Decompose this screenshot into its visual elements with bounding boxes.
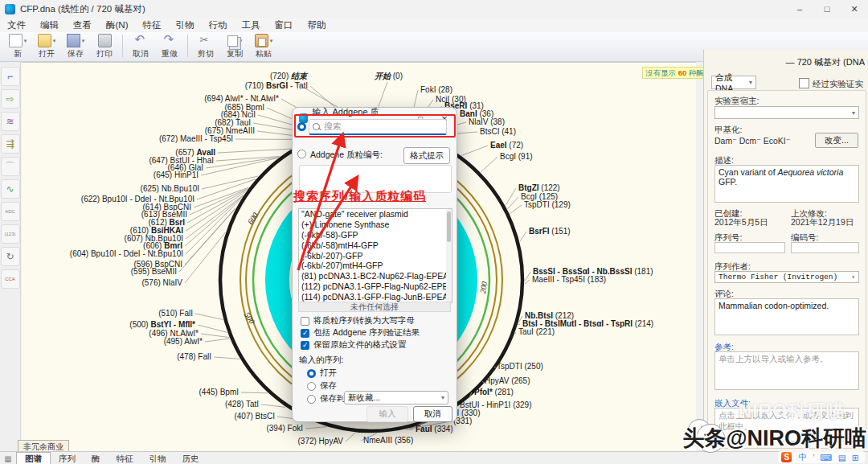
accession-mode-radio[interactable] xyxy=(297,150,306,158)
redo-icon xyxy=(164,35,176,47)
annotation-note: 搜索序列/输入质粒编码 xyxy=(293,189,426,204)
view-tab-特征[interactable]: 特征 xyxy=(108,453,141,464)
numbering-tool[interactable]: (123) xyxy=(1,224,20,244)
open-radio[interactable]: 打开 xyxy=(307,368,337,379)
cca-tool[interactable]: CCA xyxy=(1,269,20,289)
plasmid-list[interactable]: "AND-gate" receiver plasmid(+)-Limonene … xyxy=(298,208,452,303)
ime-logo-icon[interactable]: S xyxy=(781,452,792,462)
plasmid-list-item[interactable]: (-6kb/-58)mtH4-GFP xyxy=(299,240,452,251)
arc-tool[interactable]: ⌒ xyxy=(1,157,20,176)
primer-lines-tool[interactable]: ≋ xyxy=(1,112,20,131)
plasmid-list-item[interactable]: (112) pcDNA3.1-GFP-Flag-Nup62-EPEA xyxy=(299,281,452,292)
verified-checkbox[interactable]: 经过实验证实 xyxy=(799,78,863,90)
import-button[interactable]: 输入 xyxy=(366,406,408,422)
methylation-value: Dam⁻ Dcm⁻ EcoKI⁻ xyxy=(714,136,790,146)
menu-item-帮助[interactable]: 帮助 xyxy=(300,19,333,31)
cancel-button[interactable]: 取消 xyxy=(413,406,452,422)
rotate-tool[interactable]: ↻ xyxy=(1,247,20,266)
ime-item-1[interactable]: ’ xyxy=(813,453,814,462)
close-icon[interactable]: ✕ xyxy=(841,1,868,18)
list-scrollbar[interactable] xyxy=(446,209,452,302)
feature-arrow-tool[interactable]: ⇨ xyxy=(1,89,20,109)
view-tab-bar: ▦ 图谱序列酶特征引物历史 xyxy=(0,451,868,464)
imported-seq-label: 输入的序列: xyxy=(299,355,343,366)
curve-tool[interactable]: ∿ xyxy=(1,179,20,199)
code-number-input[interactable] xyxy=(791,242,859,253)
app-icon xyxy=(5,4,15,14)
toolbar-button-打印[interactable]: 打印 xyxy=(90,32,119,61)
maximize-icon[interactable]: □ xyxy=(813,1,841,18)
cat-logo-icon-2 xyxy=(696,424,725,453)
plasmid-list-item[interactable]: (81) pcDNA3.1-BC2-Nup62-Flag-EPEA xyxy=(299,271,452,281)
save-to-radio[interactable]: 保存到 xyxy=(307,393,346,404)
plasmid-list-item[interactable]: (-6kb/-207)-GFP xyxy=(299,251,452,261)
cut-icon xyxy=(200,35,212,47)
doc-icon xyxy=(9,34,23,47)
menu-item-引物[interactable]: 引物 xyxy=(168,19,201,31)
toolbar-button-打开[interactable]: ▾打开 xyxy=(32,32,61,61)
view-tab-历史[interactable]: 历史 xyxy=(174,453,207,464)
comment-field[interactable]: Mammalian codon-optimized. xyxy=(714,298,859,335)
save-to-combo[interactable]: 新收藏...▾ xyxy=(344,391,448,404)
menu-item-行动[interactable]: 行动 xyxy=(201,19,234,31)
menu-item-工具[interactable]: 工具 xyxy=(234,19,267,31)
copy-icon xyxy=(227,35,238,47)
verified-checkbox-box[interactable] xyxy=(799,78,809,88)
toolbar-button-复制[interactable]: ▾复制 xyxy=(220,32,249,61)
toolbar-button-取消[interactable]: 取消 xyxy=(126,32,155,61)
synthetic-dna-combo[interactable]: 合成 DNA▾ xyxy=(711,76,756,89)
description-field[interactable]: Cyan variant of Aequorea victoria GFP. xyxy=(714,165,859,203)
references-field[interactable]: 单击上方以导入或输入参考。 xyxy=(714,351,859,390)
ime-item-2[interactable]: ⌨ xyxy=(821,453,833,462)
plasmid-list-item[interactable]: (-6kb/-207)mtH4-GFP xyxy=(299,261,452,271)
change-methylation-button[interactable]: 改变... xyxy=(815,133,858,148)
toolbar-button-新[interactable]: ▾新 xyxy=(3,32,32,61)
window-titlebar: CFP.dna (线性的 / 720 碱基对) – □ ✕ xyxy=(0,0,868,18)
window-title: CFP.dna (线性的 / 720 碱基对) xyxy=(20,3,145,15)
accession-label: Addgene 质粒编号: xyxy=(310,150,383,161)
toolbar-button-重做[interactable]: 重做 xyxy=(155,32,184,61)
serial-number-input[interactable] xyxy=(714,242,785,253)
minimize-icon[interactable]: – xyxy=(786,1,813,18)
format-hint-button[interactable]: 格式提示 xyxy=(403,147,450,164)
menu-bar: 文件编辑查看酶(N)特征引物行动工具窗口帮助 xyxy=(0,18,868,32)
lab-host-label: 实验室宿主: xyxy=(714,96,759,107)
menu-item-窗口[interactable]: 窗口 xyxy=(267,19,300,31)
sequence-length-header: — 720 碱基对 (DNA xyxy=(704,56,865,68)
ime-toolbar: S 中’⌨▤⊞ xyxy=(778,451,865,463)
lab-host-combo[interactable]: ▾ xyxy=(714,106,859,119)
plasmid-list-item[interactable]: (-6kb/-58)-GFP xyxy=(299,230,452,240)
view-tab-图谱[interactable]: 图谱 xyxy=(16,452,51,464)
ime-item-3[interactable]: ▤ xyxy=(838,453,846,462)
menu-item-特征[interactable]: 特征 xyxy=(135,19,168,31)
uppercase-checkbox[interactable]: 将质粒序列转换为大写字母 xyxy=(301,315,415,326)
menu-item-编辑[interactable]: 编辑 xyxy=(33,19,66,31)
notes-group: 实验室宿主: ▾ 甲基化: Dam⁻ Dcm⁻ EcoKI⁻ 改变... 描述:… xyxy=(707,90,866,449)
menu-item-酶(N)[interactable]: 酶(N) xyxy=(99,19,135,31)
no-selection-bar: 未作任何选择 xyxy=(298,302,451,312)
aligned-arrows-tool[interactable]: ⇶ xyxy=(1,134,20,154)
save-radio[interactable]: 保存 xyxy=(307,380,337,392)
menu-item-文件[interactable]: 文件 xyxy=(0,19,33,31)
author-combo[interactable]: Thermo Fisher (Invitrogen)▾ xyxy=(714,271,859,283)
modified-value: 2021年12月19日 xyxy=(791,217,854,228)
embedded-files-field[interactable]: 点击上面以嵌入文件，或将文件拖到此框中。 xyxy=(714,408,859,441)
print-icon xyxy=(98,34,112,47)
toolbar-button-剪切[interactable]: 剪切 xyxy=(191,32,220,61)
toolbar-button-保存[interactable]: ▾保存 xyxy=(61,32,90,61)
toolbar-button-粘贴[interactable]: ▾粘贴 xyxy=(249,32,278,61)
view-tab-引物[interactable]: 引物 xyxy=(141,453,174,464)
keep-format-checkbox[interactable]: 保留原始文件的格式设置 xyxy=(301,339,407,351)
polyline-tool[interactable]: ⌐ xyxy=(1,67,20,86)
ime-item-0[interactable]: 中 xyxy=(799,452,808,463)
layout-icon[interactable]: ▦ xyxy=(0,454,16,463)
undo-icon xyxy=(135,35,147,47)
view-tab-酶[interactable]: 酶 xyxy=(84,453,108,464)
plasmid-list-item[interactable]: "AND-gate" receiver plasmid xyxy=(299,209,452,220)
view-tab-序列[interactable]: 序列 xyxy=(51,453,84,464)
plasmid-list-item[interactable]: (+)-Limonene Synthase xyxy=(299,220,452,230)
ime-item-4[interactable]: ⊞ xyxy=(852,453,859,462)
verification-checkbox[interactable]: 包括 Addgene 序列验证结果 xyxy=(301,327,420,339)
menu-item-查看[interactable]: 查看 xyxy=(66,19,99,31)
adc-tool[interactable]: ADC xyxy=(1,202,20,221)
